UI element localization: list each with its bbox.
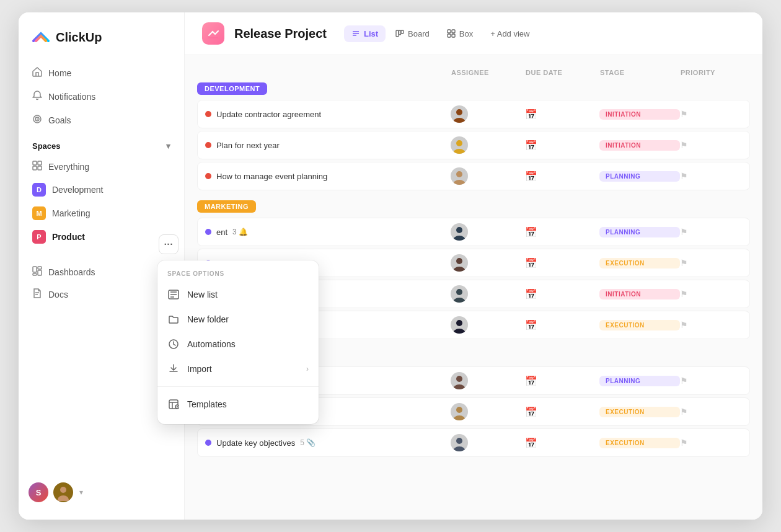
priority-flag: ⚑ — [680, 227, 742, 237]
project-icon — [202, 22, 224, 45]
new-list-icon — [167, 288, 180, 301]
assignee-avatar — [451, 136, 468, 154]
svg-rect-26 — [399, 30, 401, 35]
automation-icon — [167, 338, 180, 350]
task-extras: 5 📎 — [300, 438, 315, 447]
svg-point-14 — [58, 495, 69, 501]
svg-rect-6 — [38, 166, 42, 170]
dropdown-templates[interactable]: Templates — [157, 392, 319, 417]
svg-point-13 — [60, 487, 66, 493]
table-row[interactable]: Update contractor agreement 📅 INITIATION… — [197, 100, 750, 128]
tab-box-label: Box — [459, 29, 473, 38]
tab-list[interactable]: List — [344, 25, 386, 42]
sidebar-item-product[interactable]: P Product — [24, 225, 179, 249]
task-name: Update key objectives 5 📎 — [205, 438, 451, 448]
assignee-avatar — [451, 316, 468, 334]
project-title: Release Project — [234, 27, 327, 41]
col-assignee: ASSIGNEE — [451, 69, 526, 76]
tab-board[interactable]: Board — [388, 25, 437, 42]
user-area[interactable]: S ▾ — [19, 475, 184, 510]
dropdown-import[interactable]: Import › — [157, 357, 319, 381]
sidebar-item-development[interactable]: D Development — [24, 178, 179, 202]
tab-box[interactable]: Box — [439, 25, 480, 42]
sidebar-item-home-label: Home — [48, 68, 71, 78]
dropdown-new-folder[interactable]: New folder — [157, 307, 319, 332]
task-label: Plan for next year — [216, 141, 280, 150]
spaces-label: Spaces — [32, 141, 61, 151]
svg-rect-3 — [33, 161, 37, 165]
task-name: ent 3 🔔 — [205, 228, 451, 237]
table-row[interactable]: How to manage event planning 📅 PLANNING … — [197, 162, 750, 190]
stage-badge: PLANNING — [599, 376, 680, 386]
svg-point-46 — [456, 376, 462, 382]
svg-rect-31 — [452, 34, 455, 37]
user-avatar-initial: S — [29, 482, 48, 502]
table-row[interactable]: Plan for next year 📅 INITIATION ⚑ — [197, 131, 750, 159]
sidebar-item-everything[interactable]: Everything — [24, 156, 179, 178]
sidebar-item-dashboards[interactable]: Dashboards — [26, 261, 177, 283]
dashboards-icon — [32, 266, 42, 278]
assignee-avatar — [451, 223, 468, 241]
goals-icon — [32, 114, 42, 126]
section-marketing-label: MARKETING — [197, 200, 256, 213]
stage-badge: EXECUTION — [599, 320, 680, 330]
sidebar-item-docs[interactable]: Docs — [26, 283, 177, 306]
priority-flag: ⚑ — [680, 438, 742, 448]
task-label: ent — [216, 228, 227, 237]
svg-point-32 — [456, 109, 462, 115]
task-label: Update contractor agreement — [216, 110, 321, 119]
assignee-avatar — [451, 372, 468, 389]
stage-badge: INITIATION — [599, 140, 680, 151]
sidebar-item-notifications-label: Notifications — [48, 92, 95, 102]
marketing-avatar: M — [32, 206, 46, 220]
templates-icon — [167, 398, 180, 410]
space-options-button[interactable]: ··· — [159, 234, 179, 254]
stage-badge: PLANNING — [599, 171, 680, 182]
due-date-icon: 📅 — [525, 288, 599, 300]
sidebar-item-notifications[interactable]: Notifications — [26, 86, 177, 108]
tab-board-label: Board — [408, 29, 430, 38]
svg-rect-25 — [396, 30, 399, 37]
due-date-icon: 📅 — [525, 226, 599, 238]
add-view-button[interactable]: + Add view — [483, 25, 537, 42]
sidebar-item-goals[interactable]: Goals — [26, 109, 177, 131]
svg-rect-5 — [33, 166, 37, 170]
due-date-icon: 📅 — [525, 109, 599, 120]
dropdown-import-label: Import — [187, 364, 212, 374]
task-name: How to manage event planning — [205, 172, 451, 181]
home-icon — [32, 67, 42, 79]
col-task — [205, 69, 451, 76]
svg-point-47 — [453, 384, 466, 389]
clickup-logo-icon — [31, 27, 51, 47]
docs-label: Docs — [48, 290, 68, 299]
svg-rect-10 — [33, 273, 37, 275]
add-view-label: + Add view — [490, 29, 529, 38]
import-icon — [167, 363, 180, 375]
svg-point-45 — [453, 329, 466, 334]
dropdown-new-list[interactable]: New list — [157, 282, 319, 307]
task-label: Update key objectives — [216, 438, 295, 448]
due-date-icon: 📅 — [525, 375, 599, 387]
logo-area: ClickUp — [19, 27, 184, 62]
dropdown-automations[interactable]: Automations — [157, 332, 319, 357]
priority-dot — [205, 173, 211, 179]
due-date-icon: 📅 — [525, 257, 599, 269]
svg-rect-30 — [448, 34, 451, 37]
product-label: Product — [52, 232, 85, 242]
section-development-label: DEVELOPMENT — [197, 82, 267, 95]
sidebar-nav: Home Notifications Goals — [19, 62, 184, 131]
sidebar-item-marketing[interactable]: M Marketing — [24, 202, 179, 225]
svg-point-49 — [453, 415, 466, 420]
dashboards-label: Dashboards — [48, 267, 95, 277]
svg-rect-8 — [38, 267, 42, 269]
table-row[interactable]: ent 3 🔔 📅 PLANNING ⚑ — [197, 218, 750, 246]
spaces-toggle-icon[interactable]: ▾ — [166, 141, 170, 151]
due-date-icon: 📅 — [525, 319, 599, 331]
sidebar-item-home[interactable]: Home — [26, 62, 177, 84]
stage-badge: PLANNING — [599, 227, 680, 237]
svg-rect-27 — [401, 30, 404, 33]
table-row[interactable]: Update key objectives 5 📎 📅 EXECUTION ⚑ — [197, 428, 750, 457]
dropdown-divider — [157, 386, 319, 387]
svg-point-40 — [456, 258, 462, 264]
tab-list-label: List — [364, 29, 378, 38]
